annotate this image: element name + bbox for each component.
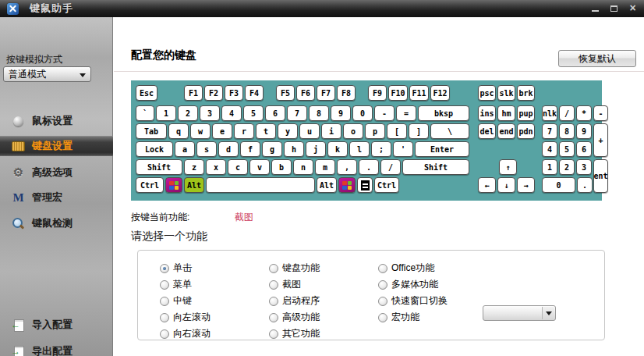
key-win[interactable] [165,177,182,193]
keyboard-key[interactable]: 2 [178,105,198,121]
keyboard-key[interactable]: i [321,123,341,139]
radio-button[interactable] [160,329,169,339]
keyboard-key[interactable]: Tab [136,123,167,139]
keyboard-key[interactable]: F4 [245,85,264,101]
keyboard-key[interactable]: u [299,123,320,139]
keyboard-key[interactable]: [ [387,123,407,139]
maximize-button[interactable] [607,2,621,14]
radio-option[interactable]: 菜单 [160,276,269,293]
sidebar-item-manage-macros[interactable]: 管理宏 [0,187,113,208]
sidebar-item-import-config[interactable]: 导入配置 [0,315,113,335]
sidebar-item-advanced-options[interactable]: 高级选项 [0,162,113,183]
keyboard-key[interactable]: z [184,159,204,175]
key-menu[interactable] [357,177,373,193]
keyboard-key[interactable]: F12 [430,85,450,101]
keyboard-key[interactable]: ` [136,105,154,121]
radio-option[interactable]: Office功能 [378,260,534,276]
radio-option[interactable]: 启动程序 [269,293,378,309]
keyboard-key[interactable]: ↑ [499,159,517,175]
keyboard-key[interactable]: Ctrl [374,177,399,193]
keyboard-key[interactable]: c [228,159,248,175]
keyboard-key[interactable]: ] [409,123,429,139]
keyboard-key[interactable]: / [380,159,401,175]
radio-button[interactable] [160,313,169,322]
keyboard-key[interactable]: f [240,141,260,157]
keyboard-key[interactable]: = [396,105,416,121]
keyboard-key[interactable]: F2 [204,85,223,101]
keyboard-key[interactable]: r [234,123,254,139]
radio-button[interactable] [269,264,278,273]
keyboard-key[interactable]: 9 [331,105,351,121]
keyboard-key[interactable]: Lock [136,141,173,157]
keyboard-key[interactable]: Shift [136,159,182,175]
keyboard-key[interactable]: t [256,123,276,139]
keyboard-key[interactable]: 1 [156,105,176,121]
keyboard-key[interactable]: , [337,159,357,175]
keyboard-key[interactable]: ent [593,159,608,193]
keyboard-key[interactable]: brk [517,85,535,101]
radio-button[interactable] [378,264,387,273]
keyboard-key[interactable]: → [517,177,535,193]
keyboard-key[interactable]: 4 [542,141,557,157]
radio-button[interactable] [160,280,169,290]
keyboard-key[interactable]: bksp [418,105,469,121]
radio-button[interactable] [269,280,278,290]
keyboard-key[interactable]: ins [478,105,496,121]
keyboard-key[interactable]: 5 [559,141,575,157]
mode-select[interactable]: 普通模式 [3,66,91,82]
keyboard-key[interactable]: Ctrl [136,177,164,193]
keyboard-key[interactable]: 7 [287,105,307,121]
keyboard-key[interactable]: F7 [317,85,335,101]
radio-button[interactable] [378,280,387,290]
radio-option[interactable]: 单击 [160,260,269,276]
keyboard-key[interactable]: 5 [243,105,264,121]
keyboard-key[interactable]: n [293,159,313,175]
keyboard-key[interactable]: 1 [542,159,557,175]
keyboard-key[interactable]: ; [371,141,391,157]
keyboard-key[interactable]: + [593,123,608,157]
keyboard-key[interactable]: 8 [559,123,575,139]
keyboard-key[interactable]: 9 [576,123,592,139]
sidebar-item-keyboard-settings[interactable]: 键盘设置 [0,136,113,156]
keyboard-key[interactable]: F1 [184,85,203,101]
keyboard-key[interactable]: psc [478,85,496,101]
keyboard-key[interactable]: m [315,159,335,175]
keyboard-key[interactable]: 8 [309,105,329,121]
keyboard-key[interactable]: k [327,141,348,157]
keyboard-key[interactable]: Enter [415,141,469,157]
radio-option[interactable]: 键盘功能 [269,260,378,276]
keyboard-key[interactable]: e [212,123,232,139]
radio-option[interactable]: 多媒体功能 [378,276,534,293]
keyboard-key[interactable]: 7 [542,123,557,139]
keyboard-key[interactable]: g [262,141,282,157]
keyboard-key[interactable]: v [249,159,270,175]
keyboard-key[interactable]: p [365,123,385,139]
radio-option[interactable]: 其它功能 [269,326,378,342]
keyboard-key[interactable]: F5 [276,85,295,101]
keyboard-key[interactable]: . [577,177,593,193]
keyboard-key[interactable]: - [374,105,395,121]
keyboard-key[interactable]: s [196,141,217,157]
keyboard-key[interactable]: ' [393,141,413,157]
keyboard-key[interactable]: F9 [368,85,387,101]
keyboard-key[interactable]: Shift [402,159,469,175]
keyboard-key[interactable]: d [218,141,239,157]
keyboard-key[interactable]: j [306,141,326,157]
keyboard-key[interactable]: ↓ [497,177,515,193]
keyboard-key[interactable]: a [175,141,195,157]
keyboard-key[interactable]: pdn [517,123,535,139]
keyboard-key[interactable]: end [497,123,515,139]
radio-button[interactable] [378,313,387,322]
keyboard-key[interactable]: / [559,105,575,121]
keyboard-key[interactable]: x [206,159,226,175]
keyboard-key[interactable]: w [190,123,211,139]
radio-button[interactable] [378,297,387,306]
keyboard-key[interactable]: pup [517,105,535,121]
keyboard-key[interactable]: . [359,159,379,175]
key-win[interactable] [338,177,356,193]
keyboard-key[interactable]: F8 [337,85,356,101]
keyboard-key[interactable]: F11 [409,85,429,101]
keyboard-key[interactable]: q [168,123,189,139]
keyboard-key[interactable]: \ [430,123,469,139]
radio-button[interactable] [269,329,278,339]
